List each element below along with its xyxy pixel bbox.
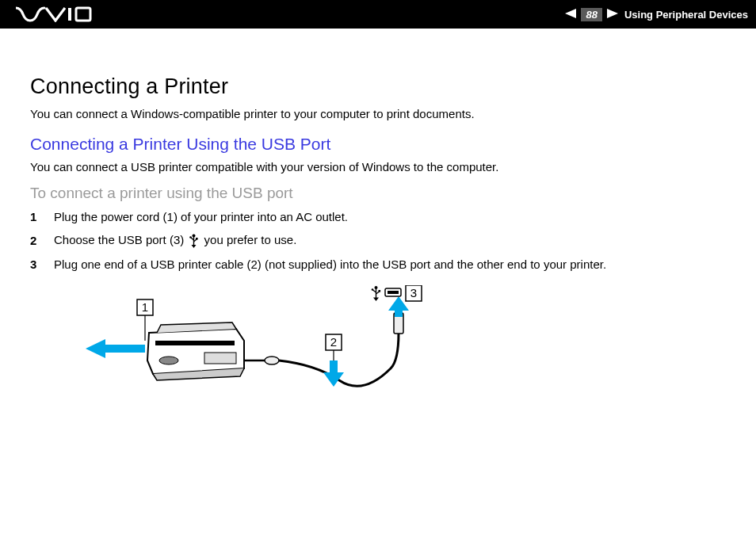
svg-rect-13	[155, 341, 235, 345]
svg-rect-31	[388, 291, 399, 294]
header-bar: 88 Using Peripheral Devices	[0, 0, 756, 29]
svg-rect-21	[330, 360, 338, 373]
usb-icon	[372, 286, 380, 301]
svg-marker-8	[192, 245, 197, 248]
svg-marker-2	[565, 9, 576, 18]
svg-point-27	[372, 288, 374, 291]
svg-rect-1	[76, 8, 90, 21]
procedure-title: To connect a printer using the USB port	[30, 185, 729, 202]
svg-rect-28	[379, 290, 381, 292]
svg-marker-22	[323, 372, 344, 387]
steps-list: 1 Plug the power cord (1) of your printe…	[30, 210, 729, 271]
svg-rect-7	[196, 238, 198, 240]
usb-icon	[189, 234, 199, 248]
callout-3: 3	[410, 286, 417, 299]
connection-diagram: 1 2	[78, 285, 426, 412]
subtitle: Connecting a Printer Using the USB Port	[30, 135, 729, 154]
intro-text: You can connect a Windows-compatible pri…	[30, 107, 729, 120]
step-row: 3 Plug one end of a USB printer cable (2…	[30, 257, 729, 271]
nav-next-icon[interactable]	[607, 9, 618, 21]
step-row: 1 Plug the power cord (1) of your printe…	[30, 210, 729, 223]
svg-point-16	[265, 357, 279, 364]
svg-point-6	[190, 236, 193, 238]
svg-rect-12	[105, 345, 145, 353]
section-title: Using Peripheral Devices	[624, 9, 748, 21]
header-right: 88 Using Peripheral Devices	[565, 8, 748, 21]
page-number: 88	[581, 8, 601, 21]
page-title: Connecting a Printer	[30, 74, 729, 99]
step-text: Choose the USB port (3) you prefer to us…	[54, 233, 296, 248]
callout-2: 2	[330, 335, 337, 349]
step-text: Plug the power cord (1) of your printer …	[54, 210, 348, 223]
svg-marker-29	[373, 298, 379, 302]
step-number: 2	[30, 234, 54, 247]
step-text: Plug one end of a USB printer cable (2) …	[54, 257, 606, 271]
vaio-logo	[16, 6, 92, 22]
printer-illustration	[147, 322, 244, 380]
step-row: 2 Choose the USB port (3) you prefer to …	[30, 233, 729, 248]
page-content: Connecting a Printer You can connect a W…	[0, 29, 756, 428]
svg-point-14	[159, 357, 178, 364]
callout-1: 1	[142, 300, 148, 314]
subintro-text: You can connect a USB printer compatible…	[30, 160, 729, 174]
svg-rect-0	[68, 8, 71, 21]
svg-marker-3	[607, 9, 618, 18]
nav-prev-icon[interactable]	[565, 9, 576, 21]
svg-marker-11	[86, 339, 105, 358]
svg-rect-15	[204, 353, 236, 364]
step-number: 3	[30, 257, 54, 271]
step-number: 1	[30, 210, 54, 223]
